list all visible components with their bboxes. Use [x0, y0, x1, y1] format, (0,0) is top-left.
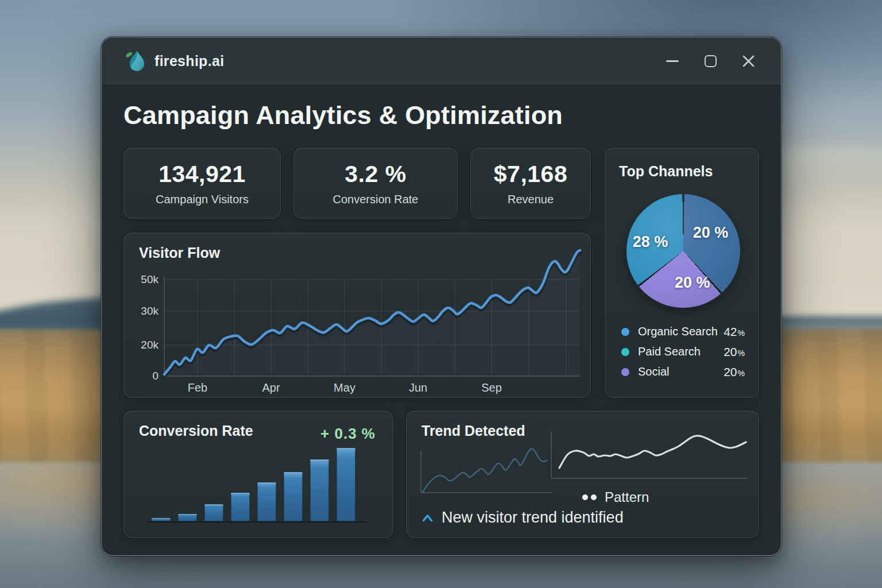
stat-card-campaign-visitors: 134,921 Campaign Visitors	[123, 148, 281, 219]
channels-legend: Organic Search 42% Paid Search 20% Socia…	[621, 322, 745, 382]
conversion-bar	[284, 472, 303, 521]
visitor-flow-card: Visitor Flow 50k30k20k0 FebAprMayJunSep	[123, 233, 591, 398]
top-channels-card: Top Channels 20 %20 %28 % Organic Search…	[605, 148, 759, 398]
conversion-delta-badge: + 0.3 %	[320, 425, 376, 443]
stat-label: Campaign Visitors	[156, 193, 249, 206]
conversion-bar	[257, 482, 276, 521]
legend-value: 20%	[724, 365, 745, 379]
x-tick-label: Apr	[262, 381, 280, 394]
trend-message-row: New visitor trend identified	[422, 509, 624, 527]
conversion-bar	[336, 448, 355, 521]
trend-message: New visitor trend identified	[442, 509, 624, 527]
y-tick-label: 30k	[130, 305, 158, 318]
conversion-bar	[204, 504, 223, 521]
legend-value: 20%	[724, 345, 745, 359]
legend-dot	[621, 348, 629, 356]
trend-sparkline-bright	[550, 430, 748, 482]
pattern-row: Pattern	[582, 488, 649, 506]
channels-pie-chart: 20 %20 %28 %	[626, 194, 740, 308]
trend-detected-title: Trend Detected	[421, 423, 525, 439]
visitor-flow-y-axis: 50k30k20k0	[130, 261, 158, 379]
conversion-bar-chart	[152, 447, 355, 521]
window-controls	[665, 54, 758, 69]
minimize-icon	[666, 60, 679, 62]
window-titlebar[interactable]: fireship.ai	[102, 37, 781, 86]
x-tick-label: Feb	[188, 381, 207, 394]
page-title: Campaign Analytics & Optimization	[123, 100, 759, 130]
stat-card-conversion-rate: 3.2 % Conversion Rate	[293, 148, 458, 219]
conversion-bar	[152, 518, 171, 521]
close-button[interactable]	[741, 54, 756, 69]
close-icon	[742, 55, 755, 68]
top-channels-title: Top Channels	[619, 163, 713, 180]
conversion-rate-card: Conversion Rate + 0.3 %	[123, 411, 393, 538]
y-tick-label: 20k	[130, 339, 158, 351]
x-tick-label: Sep	[481, 381, 502, 394]
stat-value: 3.2 %	[345, 161, 406, 188]
trend-detected-card: Trend Detected Pattern New visitor trend…	[406, 411, 759, 538]
legend-value: 42%	[724, 325, 745, 339]
legend-label: Organic Search	[638, 325, 718, 338]
stat-value: 134,921	[158, 161, 246, 188]
conversion-bar	[178, 514, 197, 521]
stat-value: $7,168	[494, 161, 567, 188]
stat-label: Revenue	[508, 193, 554, 206]
legend-dot	[621, 368, 629, 376]
pattern-dot-icon	[582, 494, 588, 500]
conversion-rate-title: Conversion Rate	[139, 423, 253, 439]
visitor-flow-chart	[164, 261, 582, 379]
legend-dot	[621, 328, 629, 336]
stats-row: 134,921 Campaign Visitors 3.2 % Conversi…	[123, 148, 591, 219]
pie-slice-label: 28 %	[633, 233, 668, 251]
conversion-bar	[231, 493, 250, 521]
pie-slice-label: 20 %	[693, 224, 729, 242]
legend-label: Social	[638, 365, 669, 378]
dashboard-content: Campaign Analytics & Optimization 134,92…	[102, 100, 781, 538]
legend-item-social: Social 20%	[621, 362, 745, 382]
legend-label: Paid Search	[638, 345, 701, 358]
conversion-bar	[310, 459, 329, 521]
y-tick-label: 0	[130, 370, 158, 382]
maximize-button[interactable]	[703, 54, 718, 69]
pattern-dot-icon	[591, 494, 597, 500]
fireship-logo-icon	[125, 49, 145, 74]
minimize-button[interactable]	[665, 54, 680, 69]
visitor-flow-x-axis: FebAprMayJunSep	[164, 381, 582, 396]
x-tick-label: Jun	[409, 381, 427, 394]
visitor-flow-title: Visitor Flow	[139, 245, 220, 261]
pie-slice-label: 20 %	[675, 274, 710, 292]
stat-card-revenue: $7,168 Revenue	[470, 148, 591, 219]
trend-sparkline-dim	[419, 448, 554, 497]
bar-chart-baseline	[147, 521, 366, 523]
pattern-label: Pattern	[605, 489, 649, 505]
x-tick-label: May	[334, 381, 355, 394]
stat-label: Conversion Rate	[333, 193, 419, 206]
chevron-up-icon	[422, 514, 433, 522]
y-tick-label: 50k	[130, 273, 158, 286]
app-title: fireship.ai	[154, 53, 224, 69]
maximize-icon	[705, 55, 717, 67]
legend-item-organic-search: Organic Search 42%	[621, 322, 745, 342]
app-window: fireship.ai Campaign Analytics & Optimiz…	[101, 37, 782, 556]
legend-item-paid-search: Paid Search 20%	[621, 342, 745, 362]
